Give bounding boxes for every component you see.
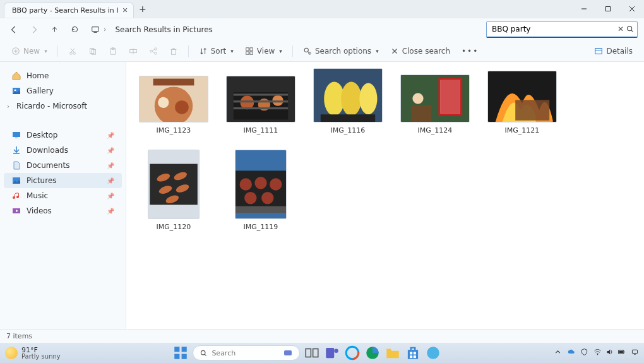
plus-circle-icon bbox=[11, 47, 20, 56]
sidebar-item-documents[interactable]: Documents 📌 bbox=[4, 158, 122, 173]
thumbnail-image bbox=[139, 76, 208, 122]
maximize-button[interactable] bbox=[596, 0, 620, 18]
tray-security-icon[interactable] bbox=[580, 348, 588, 358]
share-icon bbox=[149, 47, 158, 56]
sidebar-item-videos[interactable]: Videos 📌 bbox=[4, 203, 122, 218]
delete-button[interactable] bbox=[164, 44, 183, 58]
taskbar-app-explorer[interactable] bbox=[385, 345, 401, 361]
search-accent-icon bbox=[283, 348, 293, 358]
add-tab-button[interactable]: + bbox=[134, 4, 152, 14]
view-label: View bbox=[257, 47, 275, 56]
svg-rect-40 bbox=[595, 48, 602, 54]
refresh-button[interactable] bbox=[67, 22, 82, 37]
tray-battery-icon[interactable] bbox=[617, 348, 626, 358]
chevron-right-icon: › bbox=[5, 103, 11, 110]
tray-notifications-icon[interactable] bbox=[631, 348, 639, 358]
start-button[interactable] bbox=[172, 345, 189, 361]
nav-row: › Search Results in Pictures ✕ bbox=[0, 18, 644, 40]
thumbnail-label: IMG_1121 bbox=[505, 126, 540, 134]
taskbar-center: Search bbox=[172, 345, 441, 361]
svg-rect-32 bbox=[250, 47, 253, 50]
svg-rect-67 bbox=[414, 355, 416, 358]
svg-rect-63 bbox=[408, 350, 418, 359]
sidebar-item-desktop[interactable]: Desktop 📌 bbox=[4, 128, 122, 143]
thumbnail-image bbox=[226, 76, 295, 122]
search-input[interactable] bbox=[492, 25, 616, 33]
thumbnail-label: IMG_1119 bbox=[244, 223, 278, 231]
search-box[interactable]: ✕ bbox=[486, 21, 638, 38]
svg-point-23 bbox=[150, 50, 152, 52]
thumbnail-image bbox=[487, 71, 557, 122]
search-options-button[interactable]: Search options ▾ bbox=[298, 44, 384, 58]
svg-line-15 bbox=[70, 48, 74, 52]
thumbnail-item[interactable]: IMG_1120 bbox=[139, 150, 208, 231]
svg-rect-72 bbox=[619, 351, 623, 353]
tray-volume-icon[interactable] bbox=[605, 348, 614, 358]
svg-line-54 bbox=[205, 354, 206, 355]
clear-search-icon[interactable]: ✕ bbox=[616, 25, 626, 33]
thumbnail-item[interactable]: IMG_1116 bbox=[313, 68, 383, 134]
taskbar-app-copilot[interactable] bbox=[344, 345, 361, 361]
svg-point-8 bbox=[628, 27, 632, 31]
back-button[interactable] bbox=[6, 22, 21, 37]
thumbnail-item[interactable]: IMG_1121 bbox=[487, 71, 557, 134]
close-search-button[interactable]: Close search bbox=[385, 44, 455, 58]
tray-chevron-icon[interactable] bbox=[554, 348, 562, 358]
minimize-button[interactable] bbox=[572, 0, 596, 18]
details-button[interactable]: Details bbox=[589, 44, 638, 58]
up-button[interactable] bbox=[47, 22, 62, 37]
sidebar-item-account[interactable]: › Ricardo - Microsoft bbox=[1, 98, 124, 114]
window-tab[interactable]: BBQ party - Search Results in I ✕ bbox=[4, 3, 134, 18]
copy-button[interactable] bbox=[83, 44, 102, 58]
svg-line-27 bbox=[152, 51, 155, 52]
taskbar-app-store[interactable] bbox=[405, 345, 421, 361]
taskbar-weather[interactable]: 91°F Partly sunny bbox=[5, 347, 61, 360]
new-button[interactable]: New ▾ bbox=[6, 44, 52, 58]
thumbnail-item[interactable]: IMG_1111 bbox=[226, 76, 295, 134]
more-button[interactable]: ••• bbox=[456, 44, 484, 58]
svg-rect-34 bbox=[250, 51, 253, 54]
breadcrumb-root[interactable]: › bbox=[87, 25, 110, 34]
sidebar-item-downloads[interactable]: Downloads 📌 bbox=[4, 143, 122, 158]
svg-point-59 bbox=[335, 349, 339, 354]
search-submit-icon[interactable] bbox=[626, 25, 635, 33]
taskbar-app-edge[interactable] bbox=[364, 345, 381, 361]
breadcrumb-location[interactable]: Search Results in Pictures bbox=[115, 25, 481, 34]
view-button[interactable]: View ▾ bbox=[240, 44, 287, 58]
taskbar-search[interactable]: Search bbox=[193, 345, 300, 360]
tray-wifi-icon[interactable] bbox=[593, 348, 602, 358]
downloads-icon bbox=[11, 145, 21, 155]
sidebar: Home Gallery › Ricardo - Microsoft Deskt… bbox=[0, 62, 126, 329]
sidebar-label: Gallery bbox=[27, 86, 54, 95]
sidebar-item-pictures[interactable]: Pictures 📌 bbox=[4, 173, 122, 188]
svg-rect-71 bbox=[624, 352, 624, 353]
thumbnail-item[interactable]: IMG_1119 bbox=[226, 150, 295, 231]
taskbar-app-generic[interactable] bbox=[425, 345, 441, 361]
sort-button[interactable]: Sort ▾ bbox=[194, 44, 239, 58]
rename-button[interactable] bbox=[124, 44, 143, 58]
sidebar-item-home[interactable]: Home bbox=[4, 68, 122, 83]
svg-rect-3 bbox=[606, 7, 611, 11]
taskbar-app-teams[interactable] bbox=[324, 345, 340, 361]
svg-rect-33 bbox=[246, 51, 249, 54]
paste-button[interactable] bbox=[104, 44, 122, 58]
close-tab-icon[interactable]: ✕ bbox=[122, 6, 128, 15]
thumbnail-item[interactable]: IMG_1124 bbox=[400, 74, 470, 134]
pin-icon: 📌 bbox=[107, 177, 114, 184]
thumbnail-label: IMG_1111 bbox=[244, 126, 278, 134]
thumbnail-label: IMG_1124 bbox=[418, 126, 453, 134]
cut-button[interactable] bbox=[63, 44, 82, 58]
svg-rect-52 bbox=[182, 354, 187, 359]
sidebar-item-music[interactable]: Music 📌 bbox=[4, 188, 122, 203]
tray-onedrive-icon[interactable] bbox=[567, 348, 575, 358]
sidebar-item-gallery[interactable]: Gallery bbox=[4, 83, 122, 98]
close-window-button[interactable] bbox=[620, 0, 644, 18]
cut-icon bbox=[68, 47, 77, 56]
task-view-button[interactable] bbox=[304, 345, 320, 361]
pin-icon: 📌 bbox=[107, 193, 114, 199]
thumbnail-item[interactable]: IMG_1123 bbox=[139, 76, 208, 134]
close-search-label: Close search bbox=[402, 47, 450, 56]
sidebar-label: Downloads bbox=[27, 146, 68, 155]
share-button[interactable] bbox=[144, 44, 163, 58]
forward-button[interactable] bbox=[27, 22, 42, 37]
